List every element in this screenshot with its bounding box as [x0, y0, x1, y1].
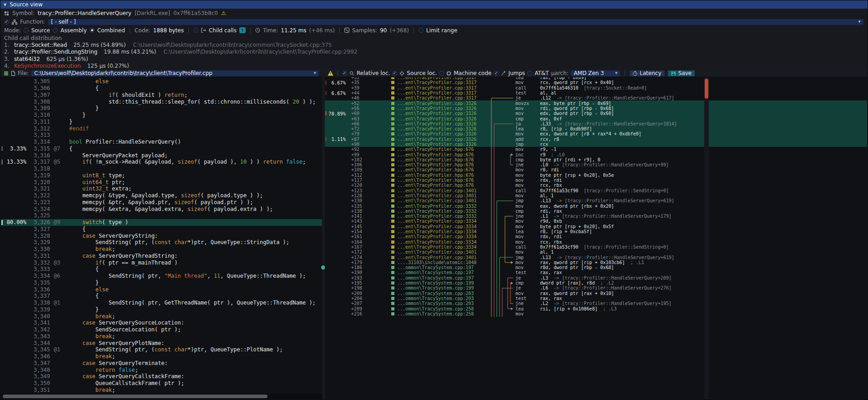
source-line[interactable]: 3,331 case ServerQueryThreadString: — [1, 253, 322, 260]
source-line[interactable]: 3,322 memcpy( &type, &payload.type, size… — [1, 192, 322, 199]
asm-row[interactable]: +172...ent\TracyProfiler.cpp:3401moval, … — [325, 250, 867, 255]
asm-row[interactable]: +66...ent\TracyProfiler.cpp:3326ja.L33 -… — [325, 121, 867, 126]
source-line[interactable]: 3,334@6 SendString( ptr, "Main thread", … — [1, 273, 322, 280]
source-line[interactable]: 3,339 } — [1, 306, 322, 313]
source-line[interactable]: 3,329 SendString( ptr, (const char*)ptr,… — [1, 239, 322, 246]
source-line[interactable]: 3,316 ServerQueryPacket payload; — [1, 152, 322, 159]
hscroll-thumb[interactable] — [3, 395, 267, 398]
asm-row[interactable]: +63...ent\TracyProfiler.cpp:3326cmpeax, … — [325, 116, 867, 121]
vscroll-thumb[interactable] — [705, 79, 708, 99]
titlebar[interactable]: ▼ Source view — [0, 0, 868, 9]
source-line[interactable]: 3,342 SendSourceLocation( ptr ); — [1, 326, 322, 333]
latency-button[interactable]: Latency — [629, 70, 665, 77]
asm-row[interactable]: +190...ommon\TracySystem.cpp:197testrax,… — [325, 270, 867, 275]
source-line[interactable]: 3,327 { — [1, 226, 322, 233]
source-line[interactable]: 3.33%3,315@7{ — [1, 145, 322, 152]
source-line[interactable]: 3,328 case ServerQueryString: — [1, 232, 322, 239]
asm-vscrollbar[interactable] — [704, 77, 709, 399]
source-hscrollbar[interactable] — [1, 394, 322, 399]
relative-loc-checkbox[interactable]: ✓ — [342, 71, 347, 76]
asm-row[interactable]: +216...ommon\TracySystem.cpp:258mov — [325, 311, 867, 316]
mode-radio-source[interactable] — [24, 28, 29, 33]
source-loc-checkbox[interactable]: ✓ — [392, 71, 397, 76]
source-line[interactable]: 3,325 — [1, 212, 322, 219]
asm-row[interactable]: +99...ent\TracyProfiler.hpp:676incr9 ; .… — [325, 152, 867, 157]
collapse-icon[interactable]: ▼ — [4, 3, 6, 7]
asm-row[interactable]: +200...ommon\TracySystem.cpp:203movrax, … — [325, 290, 867, 295]
asm-row[interactable]: +198...ommon\TracySystem.cpp:199je.L6 ->… — [325, 285, 867, 290]
function-checkbox[interactable]: ✓ — [4, 20, 9, 25]
asm-row[interactable]: +102...ent\TracyProfiler.hpp:676cmpbyte … — [325, 157, 867, 162]
function-combo[interactable]: [ - self - ] ▼ — [48, 19, 864, 25]
asm-row[interactable]: 78.89%+60...ent\TracyProfiler.cpp:3326mo… — [325, 111, 867, 116]
asm-row[interactable]: +112...ent\TracyProfiler.hpp:676movbyte … — [325, 173, 867, 178]
source-line[interactable]: 3,345@1 SendString( ptr, (const char*)pt… — [1, 346, 322, 353]
mode-radio-combined[interactable] — [90, 28, 95, 33]
asm-row[interactable]: +135...ent\TracyProfiler.cpp:3332moveax,… — [325, 203, 867, 208]
mode-radio-assembly[interactable] — [53, 28, 58, 33]
source-line[interactable]: 3,349 case ServerQueryCallstackFrame: — [1, 373, 322, 380]
child-calls-expand-button[interactable]: ↑ — [239, 27, 246, 33]
source-line[interactable]: 3,319 uint8_t type; — [1, 172, 322, 179]
file-combo[interactable]: C:\Users\wolf\Desktop\darkrl\contrib\tra… — [31, 70, 319, 77]
child-call-row[interactable]: 3.stat64i32625 μs (1.36%) — [0, 55, 868, 63]
asm-row[interactable]: +46...ent\TracyProfiler.cpp:3317je.L12 -… — [325, 95, 867, 100]
source-line[interactable]: 3,313 — [1, 132, 322, 139]
source-line[interactable]: 3,341 case ServerQuerySourceLocation: — [1, 320, 322, 326]
source-line[interactable]: 3,318 — [1, 165, 322, 172]
asm-row[interactable]: +138...ent\TracyProfiler.cpp:3332cmprdi,… — [325, 209, 867, 214]
source-line[interactable]: 3,306 { — [1, 85, 322, 92]
child-call-row[interactable]: 2.tracy::Profiler::SendLongString19.88 m… — [0, 49, 868, 56]
asm-row[interactable]: +128...ent\TracyProfiler.cpp:3401moval, … — [325, 193, 867, 198]
limit-range-checkbox[interactable]: ✓ — [419, 28, 424, 33]
jumps-checkbox[interactable]: ✓ — [494, 71, 499, 76]
asm-row[interactable]: +193...ommon\TracySystem.cpp:197je.L3 ->… — [325, 275, 867, 280]
asm-row[interactable]: +120...ent\TracyProfiler.hpp:676movrcx, … — [325, 183, 867, 188]
source-line[interactable]: 3,346 break; — [1, 353, 322, 360]
machine-code-checkbox[interactable]: ✓ — [439, 71, 444, 76]
asm-row[interactable]: +204...ommon\TracySystem.cpp:203testrax,… — [325, 296, 867, 301]
source-line[interactable]: 3,312#endif — [1, 125, 322, 132]
source-line[interactable]: 3,310 } — [1, 112, 322, 119]
source-line[interactable]: 3,314bool Profiler::HandleServerQuery() — [1, 139, 322, 145]
source-line[interactable]: 3,308 std::this_thread::sleep_for( std::… — [1, 98, 322, 105]
asm-row[interactable]: +154...ent\TracyProfiler.cpp:3334lear8, … — [325, 229, 867, 234]
source-line[interactable]: 3,320 uint64_t ptr; — [1, 179, 322, 185]
asm-row[interactable]: +167...ent\TracyProfiler.cpp:3334call0x7… — [325, 245, 867, 250]
asm-row[interactable]: +92...ent\TracyProfiler.hpp:676movr9, -1 — [325, 147, 867, 152]
asm-row[interactable]: +72...ent\TracyProfiler.cpp:3326lear8, [… — [325, 126, 867, 131]
source-line[interactable]: 3,344 case ServerQueryPlotName: — [1, 340, 322, 346]
source-line[interactable]: 80.00%3,326@9 switch( type ) — [1, 219, 322, 226]
source-line[interactable]: 3,321 uint32_t extra; — [1, 185, 322, 192]
source-line[interactable]: 3,350 QueueCallstackFrame( ptr ); — [1, 380, 322, 387]
asm-row[interactable]: +161...ent\TracyProfiler.cpp:3334movrdx,… — [325, 234, 867, 239]
source-line[interactable]: 3,336 else — [1, 286, 322, 293]
source-line[interactable]: 3,305 else — [1, 78, 322, 85]
source-line[interactable]: 3,351 break; — [1, 387, 322, 394]
asm-row[interactable]: +179....31103\include\atomic:1048movrax,… — [325, 260, 867, 265]
source-line[interactable]: 3,332@3 if( ptr == m_mainThread ) — [1, 259, 322, 266]
att-syntax-checkbox[interactable]: ✓ — [527, 71, 532, 76]
source-line[interactable]: 3,311} — [1, 119, 322, 125]
asm-row[interactable]: +164...ent\TracyProfiler.cpp:3334movrcx,… — [325, 240, 867, 245]
asm-row[interactable]: +123...ent\TracyProfiler.cpp:3401call0x7… — [325, 188, 867, 193]
child-calls-checkbox[interactable]: ✓ — [193, 28, 198, 33]
asm-row[interactable]: +145...ent\TracyProfiler.cpp:3334movbyte… — [325, 224, 867, 229]
source-line[interactable]: 3,337 { — [1, 293, 322, 300]
asm-row[interactable]: +174...ent\TracyProfiler.cpp:3401jmp.L13… — [325, 255, 867, 260]
asm-row[interactable]: +130...ent\TracyProfiler.cpp:3401jmp.L13… — [325, 198, 867, 203]
asm-row[interactable]: +56...ent\TracyProfiler.cpp:3326movrdi, … — [325, 106, 867, 111]
asm-row[interactable]: +186...ommon\TracySystem.cpp:197movr8d, … — [325, 265, 867, 270]
source-line[interactable]: 3,330 break; — [1, 246, 322, 253]
source-line[interactable]: 3,340 break; — [1, 313, 322, 320]
asm-row[interactable]: +109...ent\TracyProfiler.hpp:676movr8, r… — [325, 167, 867, 172]
uarch-combo[interactable]: AMD Zen 3 ▼ — [570, 70, 621, 77]
source-line[interactable]: 3,347 case ServerQueryTerminate: — [1, 360, 322, 367]
source-line[interactable]: 3,307 if( shouldExit ) return; — [1, 92, 322, 99]
source-line[interactable]: 3,309 } — [1, 105, 322, 112]
save-button[interactable]: Save — [667, 70, 695, 77]
asm-row[interactable]: +52...ent\TracyProfiler.cpp:3326movzxeax… — [325, 100, 867, 105]
source-line[interactable]: 13.33%3,317@5 if( !m_sock->Read( &payloa… — [1, 159, 322, 165]
asm-row[interactable]: +209...ommon\TracySystem.cpp:258learsi, … — [325, 306, 867, 311]
source-line[interactable]: 3,323 memcpy( &ptr, &payload.ptr, sizeof… — [1, 199, 322, 206]
